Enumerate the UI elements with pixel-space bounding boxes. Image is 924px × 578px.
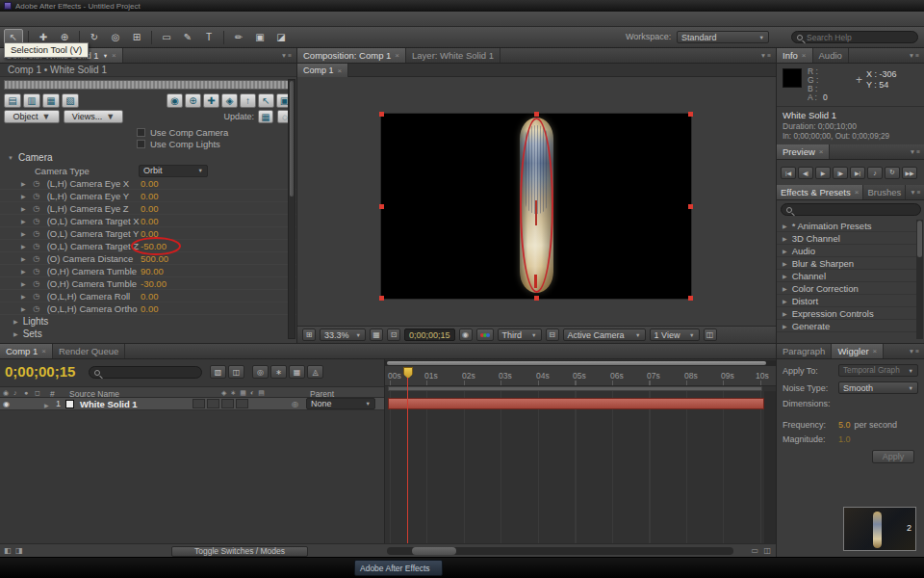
effect-ui-button[interactable]: ⊕ [185, 93, 201, 108]
stopwatch-icon[interactable]: ◷ [32, 242, 41, 250]
panel-menu-icon[interactable]: ▼≡ [905, 52, 924, 59]
workspace-dropdown[interactable]: Standard▼ [677, 31, 769, 43]
next-frame-button[interactable]: |▶ [833, 167, 848, 179]
layer-name[interactable]: White Solid 1 [80, 399, 138, 409]
effects-category[interactable]: ▶Audio [777, 245, 918, 257]
stopwatch-icon[interactable]: ◷ [32, 229, 41, 238]
effects-category[interactable]: ▶3D Channel [777, 232, 918, 245]
expander-icon[interactable]: ▶ [13, 330, 18, 337]
viewer-timecode[interactable]: 0;00;00;15 [404, 328, 455, 341]
help-search-input[interactable] [807, 33, 912, 42]
time-navigator-bar[interactable] [387, 361, 766, 365]
effects-category[interactable]: ▶* Animation Presets [777, 220, 918, 232]
stopwatch-icon[interactable]: ◷ [32, 179, 41, 188]
motion-blur-icon[interactable]: ∗ [270, 365, 287, 379]
toggle-switches-modes-button[interactable]: Toggle Switches / Modes [171, 546, 308, 557]
composition-mini-flowchart-icon[interactable]: ▧ [210, 365, 226, 379]
effects-search-input[interactable] [796, 205, 915, 215]
close-icon[interactable]: × [819, 147, 824, 156]
property-value[interactable]: 0.00 [141, 178, 159, 189]
property-value[interactable]: 0.00 [141, 216, 159, 226]
selection-handle[interactable] [379, 204, 384, 209]
composition-frame[interactable] [381, 114, 691, 299]
expander-icon[interactable]: ▶ [21, 193, 26, 199]
property-value[interactable]: -30.00 [141, 278, 167, 289]
current-time-indicator-line[interactable] [407, 378, 408, 543]
preview-thumbnail[interactable]: 2 [843, 507, 916, 551]
expander-icon[interactable]: ▶ [783, 223, 787, 229]
tab-composition[interactable]: Composition: Comp 1× [297, 48, 406, 63]
effect-ui-button[interactable]: ✚ [203, 93, 219, 108]
expander-icon[interactable]: ▼ [8, 155, 13, 161]
stopwatch-icon[interactable]: ◷ [32, 254, 41, 263]
layer-visibility-icon[interactable]: ◉ [3, 400, 10, 408]
type-tool-button[interactable]: T [199, 29, 218, 45]
panel-menu-icon[interactable]: ▼≡ [757, 52, 776, 59]
property-value[interactable]: 90.00 [141, 266, 164, 276]
layer-row[interactable]: ◉ ▶ 1 White Solid 1 ◎ None▼ [0, 398, 385, 410]
clone-stamp-tool-button[interactable]: ▣ [250, 29, 270, 45]
subtab-comp1[interactable]: Comp 1× [297, 64, 348, 77]
close-icon[interactable]: × [873, 347, 878, 355]
timeline-search-input[interactable] [104, 368, 196, 378]
expander-icon[interactable]: ▶ [13, 318, 18, 325]
object-dropdown[interactable]: Object▼ [4, 110, 60, 123]
effects-search-box[interactable] [781, 203, 921, 216]
expander-icon[interactable]: ▶ [21, 255, 26, 262]
stopwatch-icon[interactable]: ◷ [32, 279, 41, 288]
draft-3d-icon[interactable]: ◬ [307, 365, 323, 379]
use-comp-lights-checkbox[interactable] [137, 140, 145, 148]
stopwatch-icon[interactable]: ◷ [32, 217, 41, 225]
safe-zones-icon[interactable]: ⊡ [387, 328, 400, 341]
close-icon[interactable]: × [802, 51, 807, 60]
property-value[interactable]: 0.00 [141, 291, 159, 302]
audio-button[interactable]: ♪ [867, 167, 883, 179]
apply-to-dropdown[interactable]: Temporal Graph▼ [838, 364, 918, 377]
selection-handle[interactable] [534, 112, 539, 117]
tab-layer[interactable]: Layer: White Solid 1 [406, 48, 500, 63]
scrollbar-thumb[interactable] [290, 81, 294, 197]
stopwatch-icon[interactable]: ◷ [32, 192, 41, 200]
magnification-dropdown[interactable]: 33.3%▼ [320, 328, 366, 341]
zoom-in-icon[interactable]: ◫ [763, 546, 771, 555]
panel-menu-icon[interactable]: ▼≡ [906, 148, 924, 155]
snapshot-icon[interactable]: ◉ [459, 328, 473, 341]
layer-switch-cell[interactable] [221, 399, 234, 408]
close-icon[interactable]: × [395, 51, 399, 60]
effects-category[interactable]: ▶Blur & Sharpen [777, 257, 918, 270]
expander-icon[interactable]: ▶ [783, 298, 787, 304]
pan-behind-tool-button[interactable]: ⊞ [127, 29, 146, 45]
effect-ui-button[interactable]: ▧ [62, 93, 79, 108]
noise-type-dropdown[interactable]: Smooth▼ [838, 381, 918, 394]
expander-icon[interactable]: ▶ [783, 323, 787, 329]
effect-ui-button[interactable]: ▤ [4, 93, 21, 108]
lights-group-header[interactable]: ▶Lights [0, 315, 296, 328]
play-button[interactable]: ▶ [815, 167, 831, 179]
selection-handle[interactable] [688, 204, 693, 209]
selection-handle[interactable] [688, 112, 693, 117]
camera-type-dropdown[interactable]: Orbit▼ [139, 165, 208, 177]
help-search-box[interactable] [791, 31, 918, 43]
effect-ui-button[interactable]: ↑ [240, 93, 256, 108]
expander-icon[interactable]: ▶ [783, 273, 787, 279]
mask-tool-button[interactable]: ▭ [157, 29, 176, 45]
panel-menu-icon[interactable]: ▼≡ [905, 348, 924, 355]
parent-pickwhip-icon[interactable]: ◎ [292, 400, 298, 408]
expander-icon[interactable]: ▶ [783, 285, 787, 292]
expand-icon[interactable]: ⊞ [302, 328, 316, 341]
time-ruler[interactable]: 00s 01s 02s 03s 04s 05s 06s 07s 08s 09s … [385, 366, 776, 386]
scrollbar-thumb[interactable] [917, 221, 922, 257]
expander-icon[interactable]: ▶ [21, 205, 26, 212]
expander-icon[interactable]: ▶ [783, 260, 787, 267]
frequency-value[interactable]: 5.0 [838, 420, 851, 430]
close-icon[interactable]: × [338, 66, 343, 75]
property-value[interactable]: 0.00 [141, 303, 159, 314]
tab-brushes[interactable]: Brushes [863, 185, 906, 199]
expander-icon[interactable]: ▶ [21, 230, 26, 237]
selection-handle[interactable] [688, 296, 693, 301]
horizontal-scrollbar[interactable] [387, 547, 733, 555]
panel-menu-icon[interactable]: ▼≡ [277, 52, 296, 59]
camera-view-dropdown[interactable]: Active Camera▼ [563, 328, 646, 341]
effect-ui-button[interactable]: ▦ [42, 93, 60, 108]
layer-switch-cell[interactable] [207, 399, 219, 408]
